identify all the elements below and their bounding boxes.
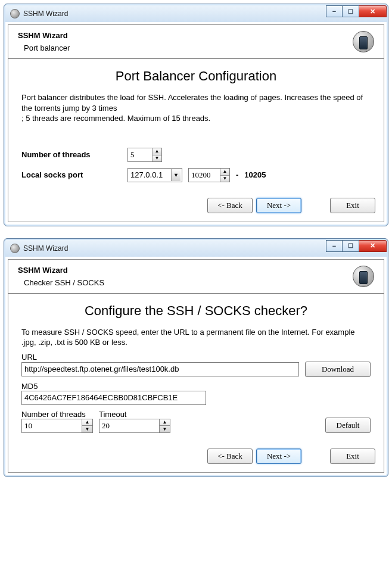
socks-port-end: 10205 — [244, 170, 266, 179]
spin-up-icon[interactable]: ▲ — [82, 419, 92, 426]
maximize-button[interactable] — [343, 5, 359, 17]
next-button[interactable]: Next -> — [256, 198, 301, 213]
threads-spinner[interactable]: ▲ ▼ — [21, 419, 93, 433]
socks-port-start-spinner[interactable]: ▲ ▼ — [188, 168, 230, 182]
timeout-label: Timeout — [99, 410, 170, 419]
num-threads-label: Number of threads — [21, 150, 123, 159]
spin-up-icon[interactable]: ▲ — [160, 419, 170, 426]
spin-down-icon[interactable]: ▼ — [160, 425, 170, 432]
maximize-button[interactable] — [343, 240, 359, 252]
num-threads-spinner[interactable]: ▲ ▼ — [127, 148, 162, 162]
threads-label: Number of threads — [21, 410, 93, 419]
app-icon — [10, 9, 20, 18]
spin-down-icon[interactable]: ▼ — [220, 175, 229, 182]
socks-host-select[interactable]: 127.0.0.1 ▼ — [127, 168, 182, 182]
page-title: Port Balancer Configuration — [21, 69, 371, 84]
num-threads-input[interactable] — [128, 148, 152, 161]
titlebar[interactable]: SSHM Wizard — [5, 240, 387, 257]
range-dash: - — [236, 170, 238, 179]
titlebar[interactable]: SSHM Wizard — [5, 5, 387, 22]
default-button[interactable]: Default — [325, 418, 371, 433]
spin-up-icon[interactable]: ▲ — [152, 148, 161, 155]
threads-input[interactable] — [22, 419, 82, 432]
socks-port-label: Local socks port — [21, 170, 123, 179]
window-title: SSHM Wizard — [23, 10, 68, 18]
wizard-door-icon — [353, 31, 374, 52]
spin-up-icon[interactable]: ▲ — [220, 169, 229, 175]
download-button[interactable]: Download — [305, 362, 371, 377]
page-title: Configure the SSH / SOCKS checker? — [21, 303, 371, 319]
wizard-window-checker: SSHM Wizard SSHM Wizard Checker SSH / SO… — [4, 238, 388, 477]
spin-down-icon[interactable]: ▼ — [82, 425, 92, 432]
description-line-2: ; 5 threads are recommended. Maximum of … — [21, 113, 371, 124]
exit-button[interactable]: Exit — [330, 198, 375, 213]
banner-title: SSHM Wizard — [18, 266, 104, 275]
url-label: URL — [21, 353, 371, 362]
md5-input[interactable] — [21, 391, 206, 405]
description-line-1: Port balancer distributes the load for S… — [21, 92, 371, 113]
minimize-button[interactable] — [326, 5, 343, 17]
timeout-spinner[interactable]: ▲ ▼ — [99, 419, 170, 433]
next-button[interactable]: Next -> — [256, 449, 301, 464]
minimize-button[interactable] — [326, 240, 343, 252]
timeout-input[interactable] — [99, 419, 159, 432]
back-button[interactable]: <- Back — [207, 198, 253, 213]
banner-title: SSHM Wizard — [18, 31, 70, 40]
banner-subtitle: Checker SSH / SOCKS — [18, 278, 104, 287]
banner-subtitle: Port balancer — [18, 43, 70, 52]
socks-port-start-input[interactable] — [189, 169, 220, 182]
wizard-window-port-balancer: SSHM Wizard SSHM Wizard Port balancer Po… — [4, 4, 388, 226]
back-button[interactable]: <- Back — [207, 449, 253, 464]
spin-down-icon[interactable]: ▼ — [152, 155, 161, 161]
description-line-1: To measure SSH / SOCKS speed, enter the … — [21, 327, 371, 348]
wizard-door-icon — [353, 266, 374, 287]
app-icon — [10, 244, 20, 253]
url-input[interactable] — [21, 362, 299, 376]
chevron-down-icon[interactable]: ▼ — [171, 169, 181, 181]
exit-button[interactable]: Exit — [330, 449, 375, 464]
close-button[interactable] — [359, 5, 387, 17]
md5-label: MD5 — [21, 382, 371, 391]
window-title: SSHM Wizard — [23, 244, 68, 253]
close-button[interactable] — [359, 240, 387, 252]
socks-host-value: 127.0.0.1 — [130, 170, 167, 179]
